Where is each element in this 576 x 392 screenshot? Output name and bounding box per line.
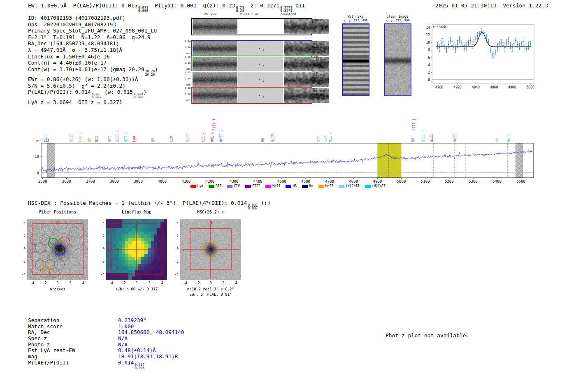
annotation-line: 027_LU_098	[311, 51, 332, 53]
legend-swatch	[318, 185, 324, 188]
data-point	[524, 46, 525, 47]
tick-value: 035	[181, 84, 190, 86]
spec2d-col-header: Pixel Flat	[233, 12, 266, 16]
data-point	[459, 39, 460, 40]
cutout-xtick-label: -4	[107, 281, 116, 285]
data-point	[473, 41, 474, 42]
emission-line-label: NV	[151, 138, 155, 142]
center-marker	[210, 248, 212, 251]
spec2d-cell-flat	[238, 19, 283, 34]
xtick-label: 3800	[110, 179, 119, 183]
match-table-row: Est LyA rest-EW0.48(±0.14)Å	[28, 348, 75, 354]
match-field-label: P(LAE)/P(OII)	[28, 360, 69, 366]
info-line: Cont(w) = 3.70(±0.01)e-17 (gmag 20.2920.…	[28, 66, 158, 76]
emission-line-label: OIII {	[412, 118, 416, 130]
info-line: Obs: 20220103v019_4017082193	[28, 21, 158, 28]
data-point	[492, 54, 493, 55]
info-line: RA,Dec (164.850739,48.094181)	[28, 40, 158, 47]
legend-swatch	[339, 185, 344, 188]
inset-ytick-label: 2	[428, 71, 430, 74]
data-point	[441, 43, 442, 44]
data-point	[513, 43, 515, 44]
cutout-overlay: NE	[106, 219, 167, 280]
legend-swatch	[265, 185, 271, 188]
cutout-title: HSC(26.2) r	[180, 210, 241, 214]
info-line: S/N = 5.6(±0.5) χ² = 2.2(±0.2)	[28, 83, 158, 89]
tick-value: 0.10	[181, 87, 190, 89]
data-point	[517, 44, 518, 45]
data-point	[448, 44, 449, 45]
cutout-panels: Fiber Positions-4-4-2-2002244arcsecsNELi…	[0, 209, 272, 306]
spec2d-row-ticks: 0.161.10016	[181, 56, 190, 70]
sky-panel-subtitle: x, y: 732, 899	[337, 19, 374, 22]
legend-swatch	[190, 185, 196, 188]
text-segment: (w: 0.015	[101, 89, 132, 95]
xtick-label: 3900	[134, 179, 143, 183]
cutout-caption: EWr: 0. PLAE: 0.014	[170, 292, 251, 297]
legend-item: OII	[209, 184, 221, 188]
photz-note: Phot z plot not available.	[386, 332, 469, 339]
spec2d-cell-flat	[238, 88, 283, 103]
data-point	[437, 45, 438, 46]
text-segment: RA,Dec (164.850739,48.094181)	[28, 40, 119, 46]
xtick-label: 3600	[62, 179, 71, 183]
text-segment: Cont(n) = 4.40(±0.10)e-17	[28, 60, 107, 66]
data-point	[515, 40, 516, 41]
cutout-overlay: NE	[27, 219, 88, 280]
spec2d-row-annotation: WeightedSum	[311, 19, 332, 24]
cutout-xtick-label: -2	[119, 281, 128, 285]
data-point	[508, 41, 509, 42]
spec2d-cell-spec	[193, 41, 237, 56]
cutout-ytick-label: 4	[170, 222, 179, 225]
text-segment: 0.239239"	[118, 317, 146, 323]
emission-line-label: SiII {	[116, 130, 119, 142]
legend-item: Lyα	[190, 184, 203, 188]
data-point	[471, 44, 473, 46]
with-sky-image	[342, 23, 369, 96]
cutout-overlay: NE	[180, 219, 241, 280]
cutout-ytick-label: -2	[16, 260, 26, 264]
tick-value: 015	[181, 99, 190, 102]
legend-label: HeII	[325, 184, 333, 188]
match-table-row: Spec zN/A	[28, 336, 75, 342]
match-table-row: Photo zN/A	[28, 342, 75, 348]
data-point	[530, 44, 531, 45]
legend-swatch	[365, 185, 371, 188]
emission-line-label: OVI {	[211, 132, 214, 142]
tick-value: 015	[181, 52, 190, 55]
data-point	[466, 46, 467, 47]
spec2d-row-annotation: 0.50"(732, 899)20220103v019_03027_LU_098	[311, 40, 332, 53]
cutout-ytick-label: -2	[170, 260, 179, 264]
legend-swatch	[286, 185, 291, 188]
spec2d-cell-flat	[238, 72, 283, 87]
match-field-label: RA, Dec	[28, 329, 50, 335]
text-segment: (r)	[258, 200, 270, 206]
data-point	[488, 41, 489, 42]
match-table-row: mag18.91(18.91,18.91)R	[28, 354, 75, 360]
inset-unit-label: e⁻¹⁷x2Å	[433, 25, 446, 29]
xtick-label: 4000	[158, 179, 167, 183]
legend-label: CIV	[234, 184, 239, 188]
text-segment: λ = 4947.01Å σ = 3.75(±1.18)Å	[28, 47, 122, 53]
spec2d-cell-spec	[193, 57, 237, 72]
xtick-label: 4900	[373, 179, 382, 183]
inset-xtick-label: 5000	[527, 86, 534, 89]
match-field-label: Photo z	[28, 341, 50, 348]
tick-value: 016	[181, 68, 190, 70]
xtick-label: 5100	[421, 179, 430, 183]
tick-value: 2.26	[181, 46, 190, 49]
data-point	[502, 45, 504, 46]
inset-ytick-label: 14	[426, 26, 430, 30]
inset-fit-curve	[436, 32, 532, 47]
cutout-ytick-label: -4	[16, 273, 26, 276]
spec2d-cutouts: 2D SpecPixel FlatSmoothedWeightedSum0.24…	[179, 11, 335, 105]
match-table: Separation0.239239"Match score1.000RA, D…	[28, 318, 75, 366]
text-segment: S/N = 5.6(±0.5) χ² = 2.2(±0.2)	[28, 83, 125, 89]
compass-e: E	[108, 247, 110, 251]
match-table-row: Match score1.000	[28, 324, 75, 330]
emission-line-label: Hδ	[261, 138, 265, 142]
tick-value: 1.10	[181, 62, 190, 64]
text-segment: HSC-DEX : Possible Matches = 1 (within +…	[28, 200, 247, 206]
emission-line-label: SiIV {	[212, 118, 216, 130]
detection-info-block: ID: 4017082193 (4017082193.pdf)Obs: 2022…	[28, 15, 158, 105]
